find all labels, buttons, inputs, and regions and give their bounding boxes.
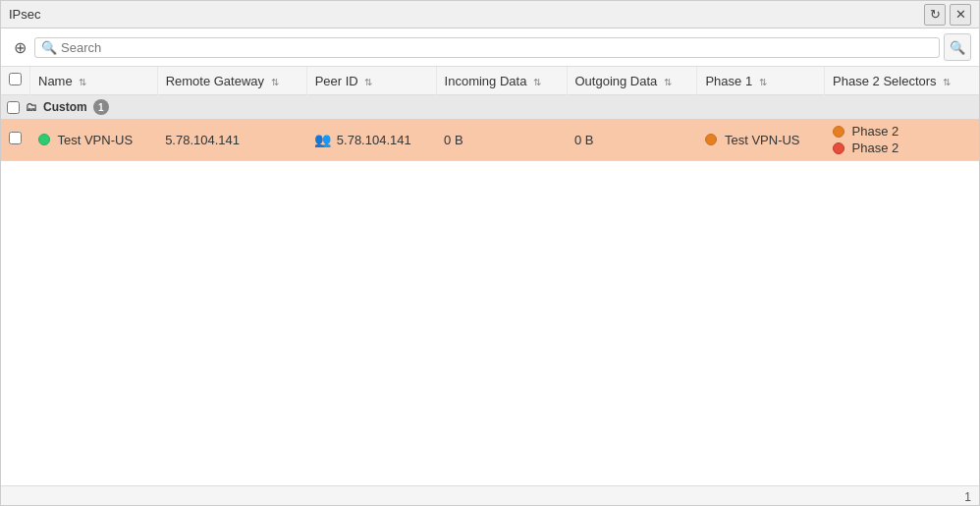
search-input[interactable]: [61, 40, 933, 55]
name-cell: Test VPN-US: [30, 119, 158, 161]
incoming-data-cell: 0 B: [436, 119, 567, 161]
phase2-item: Phase 2: [833, 124, 971, 139]
sort-icon: ⇅: [759, 77, 767, 87]
phase1-value: Test VPN-US: [725, 133, 800, 147]
sort-icon: ⇅: [79, 77, 86, 87]
title-bar-controls: ↻ ✕: [924, 4, 971, 26]
sort-icon: ⇅: [533, 77, 541, 87]
phase2-item: Phase 2: [833, 141, 971, 155]
col-checkbox[interactable]: [1, 67, 30, 95]
col-remote-gateway[interactable]: Remote Gateway ⇅: [157, 67, 306, 95]
sort-icon: ⇅: [943, 77, 951, 87]
table-container: Name ⇅ Remote Gateway ⇅ Peer ID ⇅ Incomi…: [1, 67, 979, 485]
peer-icon: 👥: [314, 132, 331, 147]
title-bar: IPsec ↻ ✕: [1, 1, 979, 28]
phase1-cell: Test VPN-US: [697, 119, 825, 161]
search-input-wrapper: 🔍: [34, 37, 940, 58]
phase2-selectors-cell: Phase 2 Phase 2: [825, 119, 979, 161]
phase1-status-dot: [705, 134, 717, 145]
row-checkbox-cell: [1, 119, 30, 161]
page-number: 1: [964, 490, 971, 504]
sort-icon: ⇅: [664, 77, 672, 87]
name-status-dot: [38, 134, 50, 145]
ipsec-table: Name ⇅ Remote Gateway ⇅ Peer ID ⇅ Incomi…: [1, 67, 979, 161]
phase2-label: Phase 2: [852, 124, 899, 139]
group-folder-icon: 🗂: [26, 100, 37, 114]
search-bar: ⊕ 🔍 🔍: [1, 28, 979, 67]
col-phase1[interactable]: Phase 1 ⇅: [697, 67, 825, 95]
search-icon: 🔍: [41, 40, 57, 55]
select-all-checkbox[interactable]: [9, 73, 22, 85]
table-body: 🗂 Custom 1 Test VPN-US 5.78.104.141 👥 5.…: [1, 95, 979, 161]
outgoing-data-cell: 0 B: [567, 119, 697, 161]
remote-gateway-cell: 5.78.104.141: [157, 119, 306, 161]
sort-icon: ⇅: [364, 77, 372, 87]
row-checkbox[interactable]: [9, 132, 22, 144]
incoming-data-value: 0 B: [444, 133, 463, 147]
group-checkbox[interactable]: [7, 101, 20, 114]
main-content: ⊕ 🔍 🔍 Name ⇅ Remote Gateway: [1, 28, 979, 506]
col-phase2-selectors[interactable]: Phase 2 Selectors ⇅: [825, 67, 979, 95]
refresh-button[interactable]: ↻: [924, 4, 946, 26]
col-outgoing-data[interactable]: Outgoing Data ⇅: [567, 67, 697, 95]
group-row[interactable]: 🗂 Custom 1: [1, 95, 979, 120]
col-incoming-data[interactable]: Incoming Data ⇅: [436, 67, 567, 95]
app-title: IPsec: [9, 7, 41, 22]
phase2-status-dot: [833, 142, 844, 154]
search-exec-button[interactable]: 🔍: [944, 33, 971, 61]
close-button[interactable]: ✕: [950, 4, 971, 26]
add-button[interactable]: ⊕: [9, 36, 30, 58]
col-name[interactable]: Name ⇅: [30, 67, 158, 95]
outgoing-data-value: 0 B: [574, 133, 594, 147]
group-count-badge: 1: [93, 99, 109, 115]
footer: 1: [1, 485, 979, 506]
group-name: Custom: [43, 100, 87, 114]
peer-id-cell: 👥 5.78.104.141: [306, 119, 436, 161]
phase2-label: Phase 2: [852, 141, 899, 155]
sort-icon: ⇅: [271, 77, 279, 87]
table-header: Name ⇅ Remote Gateway ⇅ Peer ID ⇅ Incomi…: [1, 67, 979, 95]
row-name: Test VPN-US: [58, 133, 134, 147]
col-peer-id[interactable]: Peer ID ⇅: [306, 67, 436, 95]
peer-id-value: 5.78.104.141: [337, 133, 411, 147]
remote-gateway-value: 5.78.104.141: [165, 133, 240, 147]
table-row[interactable]: Test VPN-US 5.78.104.141 👥 5.78.104.141 …: [1, 119, 979, 161]
phase2-status-dot: [833, 126, 844, 138]
